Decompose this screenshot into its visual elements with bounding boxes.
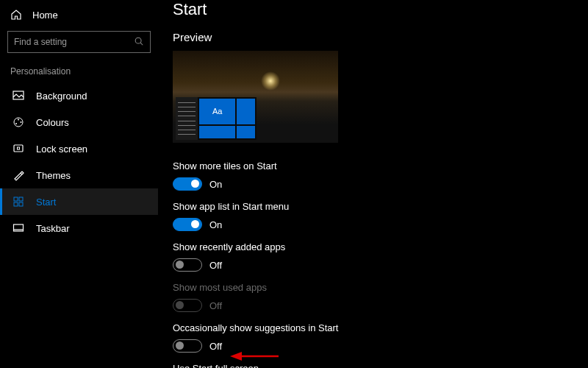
setting-label: Show app list in Start menu <box>173 201 588 212</box>
lock-screen-icon <box>12 143 24 155</box>
home-nav[interactable]: Home <box>0 6 158 28</box>
sidebar-item-label: Taskbar <box>36 223 70 234</box>
svg-point-4 <box>18 119 19 121</box>
preview-tile-small <box>237 99 255 124</box>
preview-start-menu: Aa <box>176 97 257 140</box>
sidebar-item-taskbar[interactable]: Taskbar <box>0 215 158 241</box>
svg-rect-12 <box>19 202 23 206</box>
svg-marker-16 <box>230 352 242 361</box>
toggle-most-used <box>173 299 202 312</box>
search-placeholder: Find a setting <box>14 37 134 47</box>
preview-tile-small <box>199 126 235 138</box>
svg-rect-8 <box>18 147 20 149</box>
sidebar-item-themes[interactable]: Themes <box>0 162 158 188</box>
svg-point-5 <box>21 121 22 123</box>
setting-recently-added: Show recently added apps Off <box>173 241 588 272</box>
preview-heading: Preview <box>173 31 588 43</box>
setting-full-screen: Use Start full screen On <box>173 363 588 368</box>
background-icon <box>12 90 24 102</box>
setting-most-used: Show most used apps Off <box>173 282 588 312</box>
svg-rect-13 <box>14 224 24 231</box>
setting-show-app-list: Show app list in Start menu On <box>173 201 588 231</box>
sidebar-item-colours[interactable]: Colours <box>0 109 158 135</box>
toggle-state: Off <box>209 300 222 311</box>
svg-rect-9 <box>14 197 18 201</box>
sidebar-item-label: Lock screen <box>36 144 87 155</box>
sidebar-item-lock-screen[interactable]: Lock screen <box>0 135 158 162</box>
home-label: Home <box>32 10 58 21</box>
start-icon <box>12 196 24 208</box>
setting-label: Show more tiles on Start <box>173 160 588 171</box>
setting-label: Occasionally show suggestions in Start <box>173 322 588 333</box>
sidebar-item-start[interactable]: Start <box>0 188 158 215</box>
toggle-state: Off <box>209 341 222 352</box>
sidebar-item-label: Start <box>36 197 56 208</box>
toggle-recently-added[interactable] <box>173 258 202 272</box>
start-preview: Aa <box>173 51 338 143</box>
section-header: Personalisation <box>0 66 158 82</box>
taskbar-icon <box>12 222 24 234</box>
setting-suggestions: Occasionally show suggestions in Start O… <box>173 322 588 353</box>
svg-point-0 <box>135 38 141 43</box>
svg-rect-10 <box>19 197 23 201</box>
svg-point-6 <box>15 123 17 124</box>
preview-app-list <box>176 97 198 140</box>
preview-wallpaper-sun <box>261 71 280 91</box>
setting-label: Use Start full screen <box>173 363 588 368</box>
setting-label: Show recently added apps <box>173 241 588 252</box>
sidebar-item-label: Themes <box>36 170 71 181</box>
svg-line-1 <box>140 43 143 45</box>
svg-rect-11 <box>14 202 18 206</box>
toggle-state: Off <box>209 260 222 271</box>
colours-icon <box>12 116 24 128</box>
toggle-state: On <box>209 219 222 230</box>
toggle-show-more-tiles[interactable] <box>173 177 202 191</box>
toggle-show-app-list[interactable] <box>173 218 202 231</box>
setting-show-more-tiles: Show more tiles on Start On <box>173 160 588 191</box>
sidebar-item-background[interactable]: Background <box>0 82 158 109</box>
settings-sidebar: Home Find a setting Personalisation Back… <box>0 0 158 368</box>
search-input[interactable]: Find a setting <box>7 31 151 53</box>
preview-taskbar <box>173 140 338 143</box>
themes-icon <box>12 169 24 181</box>
toggle-suggestions[interactable] <box>173 339 202 353</box>
search-icon <box>134 36 144 49</box>
setting-label: Show most used apps <box>173 282 588 293</box>
main-panel: Start Preview Aa Show more tiles on Star… <box>158 0 588 368</box>
sidebar-item-label: Colours <box>36 117 69 128</box>
page-title: Start <box>173 0 588 19</box>
sidebar-item-label: Background <box>36 91 87 102</box>
svg-rect-7 <box>14 145 23 152</box>
preview-tiles: Aa <box>198 97 257 140</box>
home-icon <box>10 9 22 21</box>
preview-tile-large: Aa <box>199 99 235 124</box>
preview-tile-small <box>237 126 255 138</box>
toggle-state: On <box>209 179 222 190</box>
